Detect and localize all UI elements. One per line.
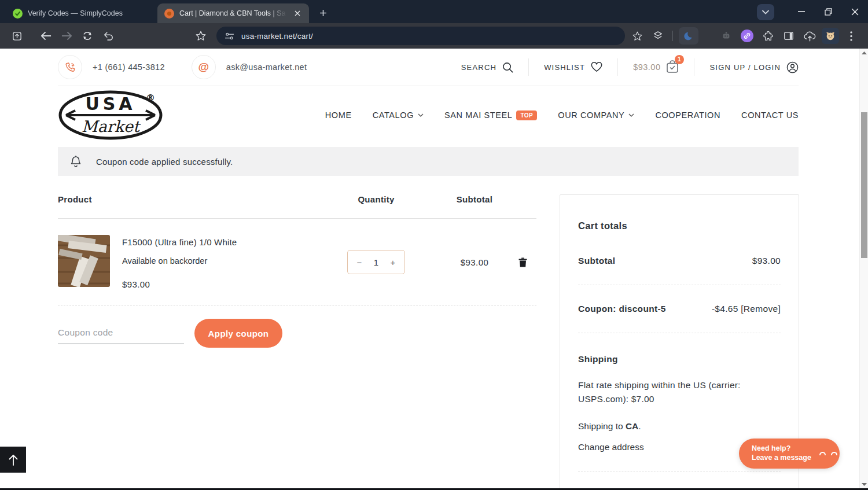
shipping-label: Shipping (578, 354, 781, 364)
column-quantity: Quantity (312, 194, 440, 204)
subtotal-value: $93.00 (752, 256, 781, 266)
side-panel-icon[interactable] (780, 27, 797, 45)
robot-extension-icon[interactable] (718, 27, 735, 45)
svg-text:®: ® (146, 92, 155, 103)
dark-mode-moon-icon[interactable] (679, 27, 698, 45)
product-availability: Available on backorder (122, 256, 237, 266)
scroll-to-top-button[interactable] (0, 447, 26, 473)
item-subtotal: $93.00 (440, 257, 509, 267)
address-bar[interactable]: usa-market.net/cart/ (216, 27, 625, 45)
page-scrollbar[interactable] (859, 49, 868, 488)
extensions-puzzle-icon[interactable] (759, 27, 777, 45)
user-icon (786, 61, 799, 73)
cloud-upload-icon[interactable] (801, 27, 818, 45)
shipping-state: CA (626, 421, 638, 431)
back-icon[interactable] (37, 27, 54, 45)
svg-text:Market: Market (82, 117, 141, 135)
tab-title: Cart | Diamond & CBN Tools | Sa (179, 9, 287, 17)
quantity-decrease-button[interactable]: − (355, 257, 363, 267)
search-label: SEARCH (461, 63, 496, 72)
column-product: Product (58, 194, 312, 204)
bookmark-star-icon[interactable] (192, 27, 209, 45)
share-box-icon[interactable] (8, 27, 25, 45)
remove-coupon-link[interactable]: [Remove] (741, 304, 781, 314)
browser-toolbar: usa-market.net/cart/ (0, 23, 868, 49)
product-name[interactable]: F15000 (Ultra fine) 1/0 White (122, 237, 237, 247)
reload-icon[interactable] (79, 27, 96, 45)
bookmark-page-star-icon[interactable] (628, 27, 646, 45)
notice-text: Coupon code applied successfully. (96, 157, 233, 167)
link-extension-icon[interactable] (738, 27, 756, 45)
site-topbar: +1 (661) 445-3812 @ ask@usa-market.net S… (58, 49, 799, 86)
coupon-code-input[interactable] (58, 323, 184, 344)
scrollbar-down-arrow[interactable] (860, 480, 868, 488)
auth-label: SIGN UP / LOGIN (709, 63, 781, 72)
phone-number[interactable]: +1 (661) 445-3812 (93, 62, 165, 72)
nav-contact-us[interactable]: CONTACT US (741, 110, 799, 120)
undo-icon[interactable] (100, 27, 117, 45)
phone-link[interactable]: +1 (661) 445-3812 (58, 55, 165, 79)
layers-extension-icon[interactable] (649, 27, 667, 45)
restore-button[interactable] (815, 2, 841, 21)
email-address[interactable]: ask@usa-market.net (226, 62, 307, 72)
new-tab-button[interactable] (315, 5, 331, 21)
site-header: USA ® Market HOME CATALOG SAN MAI STEEL … (58, 86, 799, 144)
product-price: $93.00 (122, 279, 237, 289)
shipping-destination: Shipping to CA. (578, 421, 781, 432)
tab-title: Verify Codes — SimplyCodes (28, 9, 150, 17)
quantity-stepper[interactable]: − 1 + (347, 250, 405, 274)
cart-table-header: Product Quantity Subtotal (58, 194, 536, 219)
cart-item-row: F15000 (Ultra fine) 1/0 White Available … (58, 219, 536, 306)
cart-site-favicon (164, 9, 174, 19)
nav-catalog[interactable]: CATALOG (373, 110, 424, 120)
simplycodes-favicon (13, 9, 23, 19)
quantity-increase-button[interactable]: + (389, 257, 397, 267)
page-viewport: +1 (661) 445-3812 @ ask@usa-market.net S… (0, 49, 868, 490)
toolbar-separator (672, 31, 673, 41)
chat-eyes-icon (819, 452, 837, 455)
apply-coupon-button[interactable]: Apply coupon (194, 319, 282, 348)
usa-market-logo[interactable]: USA ® Market (58, 90, 163, 140)
signup-login-button[interactable]: SIGN UP / LOGIN (694, 61, 799, 73)
tab-simplycodes[interactable]: Verify Codes — SimplyCodes (6, 3, 157, 23)
browser-menu-kebab-icon[interactable] (843, 27, 860, 45)
profile-avatar[interactable] (822, 28, 839, 44)
scrollbar-thumb[interactable] (861, 112, 867, 258)
product-thumbnail[interactable] (58, 235, 110, 287)
chevron-down-icon (628, 113, 634, 117)
column-subtotal: Subtotal (440, 194, 509, 204)
tab-search-button[interactable] (757, 4, 774, 20)
search-button[interactable]: SEARCH (446, 62, 528, 73)
trash-icon (518, 257, 527, 267)
close-window-button[interactable] (841, 2, 868, 21)
nav-cooperation[interactable]: COOPERATION (655, 110, 720, 120)
nav-home[interactable]: HOME (325, 110, 352, 120)
browser-window: Verify Codes — SimplyCodes Cart | Diamon… (0, 0, 868, 490)
top-badge: TOP (516, 110, 537, 120)
subtotal-label: Subtotal (578, 256, 615, 266)
quantity-value[interactable]: 1 (374, 257, 378, 267)
cart-content: Product Quantity Subtotal F15000 (Ultra … (58, 194, 859, 490)
scrollbar-up-arrow[interactable] (860, 49, 868, 57)
coupon-discount-value: -$4.65 (712, 304, 738, 314)
email-link[interactable]: @ ask@usa-market.net (192, 55, 307, 79)
tab-bar: Verify Codes — SimplyCodes Cart | Diamon… (0, 0, 868, 23)
tab-cart[interactable]: Cart | Diamond & CBN Tools | Sa (157, 3, 309, 23)
wishlist-button[interactable]: WISHLIST (529, 62, 617, 72)
chat-widget[interactable]: Need help? Leave a message (739, 439, 840, 469)
remove-item-button[interactable] (509, 257, 536, 267)
url-text[interactable]: usa-market.net/cart/ (241, 32, 313, 40)
minicart-button[interactable]: $93.00 1 (618, 60, 694, 75)
cart-totals-title: Cart totals (578, 220, 781, 231)
arrow-up-icon (8, 454, 19, 466)
minicart-total: $93.00 (633, 62, 660, 72)
heart-icon (591, 62, 602, 72)
forward-icon[interactable] (58, 27, 75, 45)
site-settings-icon (225, 32, 234, 40)
nav-our-company[interactable]: OUR COMPANY (558, 110, 634, 120)
at-icon: @ (192, 55, 216, 79)
tab-close-icon[interactable] (292, 9, 302, 19)
coupon-row: Coupon: discount-5 -$4.65 [Remove] (578, 285, 781, 333)
nav-san-mai-steel[interactable]: SAN MAI STEEL TOP (444, 110, 537, 120)
minimize-button[interactable] (788, 2, 815, 21)
